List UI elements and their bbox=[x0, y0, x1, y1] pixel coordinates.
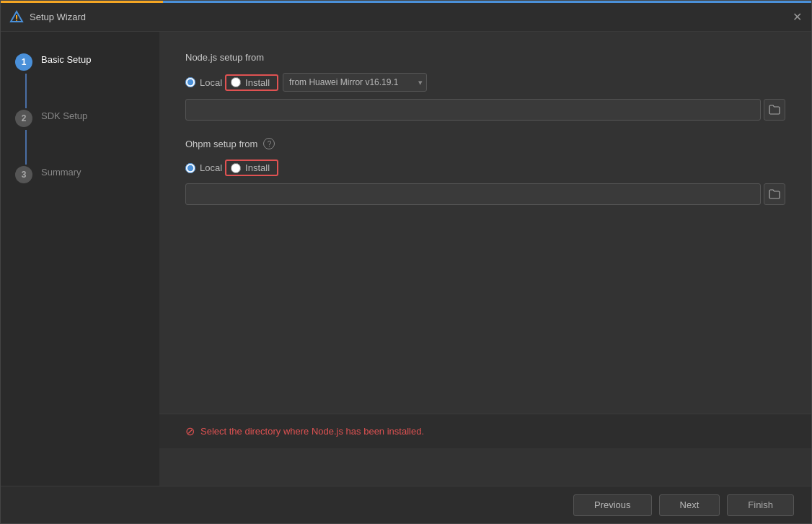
nodejs-dropdown-wrapper: from Huawei Mirror v16.19.1 from Officia… bbox=[283, 73, 427, 92]
error-message: Select the directory where Node.js has b… bbox=[200, 426, 424, 437]
setup-wizard-window: Setup Wizard ✕ 1 Basic Setup 2 SDK Setup bbox=[0, 0, 812, 524]
nodejs-install-option[interactable]: Install bbox=[231, 77, 270, 88]
footer: Previous Next Finish bbox=[1, 486, 811, 523]
nodejs-section: Node.js setup from Local Install bbox=[185, 52, 785, 138]
ohpm-section-title: Ohpm setup from bbox=[185, 139, 257, 149]
ohpm-help-icon[interactable]: ? bbox=[263, 138, 275, 149]
step-label-1: Basic Setup bbox=[41, 52, 91, 65]
ohpm-section: Ohpm setup from ? Local Install bbox=[185, 138, 785, 222]
ohpm-path-row bbox=[185, 183, 785, 205]
title-bar-left: Setup Wizard bbox=[9, 10, 86, 25]
ohpm-install-option[interactable]: Install bbox=[231, 162, 270, 173]
step-item-1[interactable]: 1 Basic Setup bbox=[1, 46, 159, 77]
error-bar: ⊘ Select the directory where Node.js has… bbox=[159, 414, 811, 448]
step-label-3: Summary bbox=[41, 165, 81, 178]
ohpm-local-label[interactable]: Local bbox=[200, 162, 222, 173]
step-circle-1: 1 bbox=[15, 53, 32, 71]
nodejs-local-label[interactable]: Local bbox=[200, 77, 222, 88]
folder-icon bbox=[769, 105, 780, 115]
ohpm-browse-button[interactable] bbox=[764, 183, 785, 205]
finish-button[interactable]: Finish bbox=[727, 494, 794, 516]
nodejs-install-label[interactable]: Install bbox=[245, 77, 270, 88]
right-panel: Node.js setup from Local Install bbox=[159, 32, 811, 486]
error-icon: ⊘ bbox=[185, 424, 195, 438]
nodejs-local-radio[interactable] bbox=[185, 77, 195, 87]
close-button[interactable]: ✕ bbox=[791, 12, 803, 23]
step-circle-2: 2 bbox=[15, 110, 32, 127]
nodejs-path-row bbox=[185, 99, 785, 121]
step-item-3[interactable]: 3 Summary bbox=[1, 159, 159, 189]
step-circle-3: 3 bbox=[15, 166, 32, 183]
ohpm-install-label[interactable]: Install bbox=[245, 162, 270, 173]
nodejs-browse-button[interactable] bbox=[764, 99, 785, 121]
nodejs-local-option[interactable]: Local bbox=[185, 77, 222, 88]
previous-button[interactable]: Previous bbox=[573, 494, 652, 516]
title-bar: Setup Wizard ✕ bbox=[1, 3, 811, 32]
ohpm-local-radio[interactable] bbox=[185, 163, 195, 173]
ohpm-local-option[interactable]: Local bbox=[185, 162, 222, 173]
ohpm-path-input[interactable] bbox=[185, 183, 761, 205]
main-content: 1 Basic Setup 2 SDK Setup 3 Summary bbox=[1, 32, 811, 486]
nodejs-radio-group: Local Install from Huawei Mirror bbox=[185, 73, 785, 92]
app-logo-icon bbox=[9, 10, 24, 25]
ohpm-install-highlight: Install bbox=[225, 160, 278, 176]
nodejs-path-input[interactable] bbox=[185, 99, 761, 121]
ohpm-install-radio[interactable] bbox=[231, 163, 241, 173]
ohpm-section-title-row: Ohpm setup from ? bbox=[185, 138, 785, 149]
nodejs-mirror-dropdown[interactable]: from Huawei Mirror v16.19.1 from Officia… bbox=[283, 73, 427, 92]
sidebar: 1 Basic Setup 2 SDK Setup 3 Summary bbox=[1, 32, 159, 486]
nodejs-section-title: Node.js setup from bbox=[185, 52, 785, 63]
step-label-2: SDK Setup bbox=[41, 108, 87, 121]
window-title: Setup Wizard bbox=[30, 12, 86, 22]
step-item-2[interactable]: 2 SDK Setup bbox=[1, 102, 159, 133]
ohpm-radio-group: Local Install bbox=[185, 160, 785, 176]
folder-icon-2 bbox=[769, 189, 780, 199]
nodejs-dropdown-container: from Huawei Mirror v16.19.1 from Officia… bbox=[283, 73, 427, 92]
svg-point-2 bbox=[16, 19, 17, 21]
nodejs-install-radio[interactable] bbox=[231, 77, 241, 87]
nodejs-install-highlight: Install bbox=[225, 74, 278, 91]
next-button[interactable]: Next bbox=[659, 494, 720, 516]
